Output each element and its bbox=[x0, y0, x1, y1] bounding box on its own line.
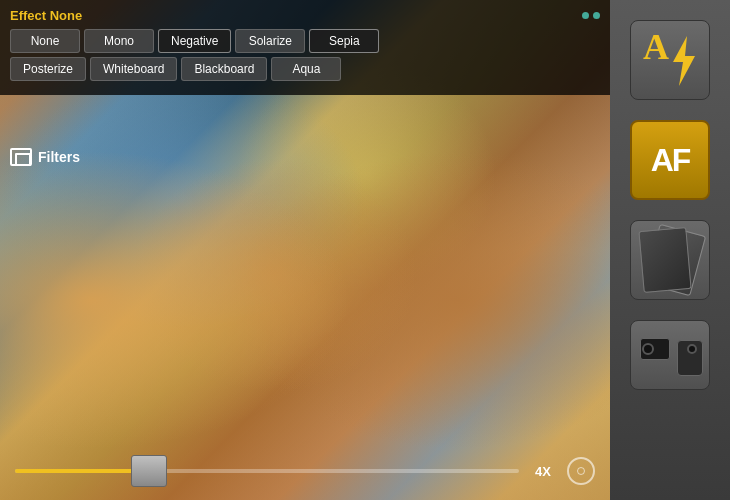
flash-lightning-icon bbox=[669, 36, 697, 90]
filter-negative[interactable]: Negative bbox=[158, 29, 231, 53]
filter-aqua[interactable]: Aqua bbox=[271, 57, 341, 81]
bottom-controls: 4X bbox=[0, 457, 610, 485]
right-panel: A AF bbox=[610, 0, 730, 500]
camera-viewfinder-area: Effect None None Mono Negative Solarize … bbox=[0, 0, 610, 500]
gallery-button[interactable] bbox=[630, 220, 710, 300]
filters-text: Filters bbox=[38, 149, 80, 165]
filters-label-area[interactable]: Filters bbox=[10, 148, 80, 166]
dots-indicator bbox=[582, 12, 600, 19]
toggle-lens-icon bbox=[687, 344, 697, 354]
filter-whiteboard[interactable]: Whiteboard bbox=[90, 57, 177, 81]
filter-row-1: None Mono Negative Solarize Sepia bbox=[10, 29, 600, 53]
camera-lens-icon bbox=[642, 343, 654, 355]
dot-1 bbox=[582, 12, 589, 19]
filter-sepia[interactable]: Sepia bbox=[309, 29, 379, 53]
zoom-slider-fill bbox=[15, 469, 141, 473]
filter-solarize[interactable]: Solarize bbox=[235, 29, 305, 53]
zoom-target-icon bbox=[567, 457, 595, 485]
camera-settings-button[interactable] bbox=[630, 320, 710, 390]
filter-mono[interactable]: Mono bbox=[84, 29, 154, 53]
filter-blackboard[interactable]: Blackboard bbox=[181, 57, 267, 81]
zoom-label: 4X bbox=[535, 464, 551, 479]
auto-a-letter: A bbox=[643, 29, 669, 65]
effect-label: Effect None bbox=[10, 8, 600, 23]
filter-posterize[interactable]: Posterize bbox=[10, 57, 86, 81]
filters-icon bbox=[10, 148, 32, 166]
af-button[interactable]: AF bbox=[630, 120, 710, 200]
dot-2 bbox=[593, 12, 600, 19]
zoom-slider-area: 4X bbox=[15, 457, 595, 485]
filter-none[interactable]: None bbox=[10, 29, 80, 53]
filter-row-2: Posterize Whiteboard Blackboard Aqua bbox=[10, 57, 600, 81]
zoom-slider-thumb[interactable] bbox=[131, 455, 167, 487]
svg-marker-0 bbox=[673, 36, 695, 86]
zoom-slider-track[interactable] bbox=[15, 469, 519, 473]
af-label: AF bbox=[651, 142, 690, 179]
card-front-icon bbox=[638, 227, 691, 293]
top-panel: Effect None None Mono Negative Solarize … bbox=[0, 0, 610, 95]
auto-flash-button[interactable]: A bbox=[630, 20, 710, 100]
